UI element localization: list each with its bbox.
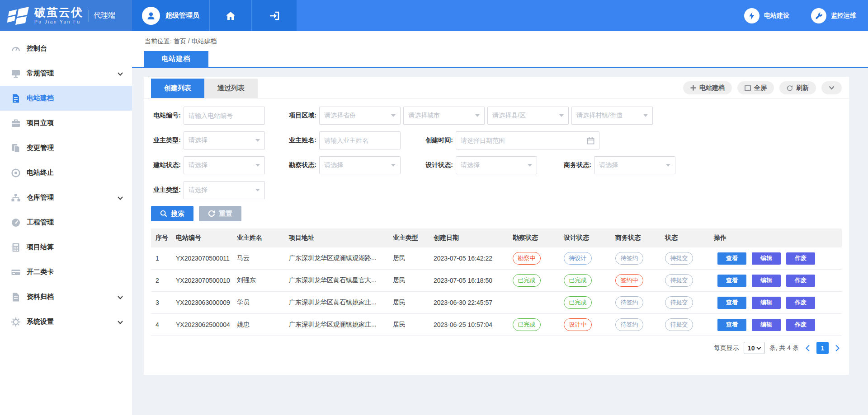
station-no: YX2023070500010: [171, 277, 232, 284]
owner-name: 姚忠: [232, 321, 284, 329]
business-status-select[interactable]: 请选择: [594, 156, 675, 174]
edit-button[interactable]: 编辑: [752, 275, 781, 287]
logo-icon: [7, 7, 31, 25]
owner-type-label: 业主类型:: [151, 136, 181, 145]
owner-type2-label: 业主类型:: [151, 186, 181, 194]
sidebar-item-station-terminate[interactable]: 电站终止: [0, 160, 132, 185]
business-status-badge: 待签约: [615, 252, 643, 265]
logout-button[interactable]: [251, 0, 297, 31]
void-button[interactable]: 作废: [786, 252, 815, 265]
project-address: 广东深圳龙华区观澜镇观湖路...: [284, 254, 388, 262]
chevron-down-icon: [118, 70, 123, 78]
reset-button[interactable]: 重置: [199, 206, 241, 221]
breadcrumb: 当前位置: 首页 / 电站建档: [132, 31, 868, 46]
edit-button[interactable]: 编辑: [752, 252, 781, 265]
sidebar-item-project-initiation[interactable]: 项目立项: [0, 111, 132, 135]
edit-button[interactable]: 编辑: [752, 297, 781, 309]
design-status-badge: 设计中: [564, 318, 592, 331]
edit-button[interactable]: 编辑: [752, 319, 781, 331]
business-status-badge: 待签约: [615, 318, 643, 331]
caret-down-icon: [255, 139, 260, 142]
collapse-button[interactable]: [821, 81, 842, 94]
table-row: 3 YX2023063000009 学员 广东深圳龙华区黄石镇姚家庄... 居民…: [151, 292, 842, 314]
view-button[interactable]: 查看: [717, 319, 746, 331]
city-select[interactable]: 请选择城市: [403, 107, 485, 125]
add-station-button[interactable]: 电站建档: [683, 81, 732, 94]
design-status-label: 设计状态:: [401, 161, 453, 169]
content-area: 当前位置: 首页 / 电站建档 电站建档 创建列表 通过列表: [132, 31, 868, 415]
sidebar-item-settings[interactable]: 系统设置: [0, 309, 132, 334]
sidebar-item-console[interactable]: 控制台: [0, 36, 132, 61]
next-page-button[interactable]: [833, 345, 842, 352]
view-button[interactable]: 查看: [717, 297, 746, 309]
wrench-icon: [815, 12, 823, 20]
sidebar-item-engineering[interactable]: 工程管理: [0, 210, 132, 235]
breadcrumb-home-link[interactable]: 首页: [174, 37, 186, 45]
owner-name: 马云: [232, 254, 284, 262]
void-button[interactable]: 作废: [786, 297, 815, 309]
sidebar-item-settlement[interactable]: 项目结算: [0, 235, 132, 260]
prev-page-button[interactable]: [803, 345, 812, 352]
page-number-1[interactable]: 1: [816, 342, 829, 354]
page-title-tab: 电站建档: [144, 51, 208, 67]
date-range-picker[interactable]: [456, 131, 599, 149]
owner-type2-select[interactable]: 请选择: [184, 181, 265, 199]
status-badge: 待提交: [665, 318, 693, 331]
portal-label: 代理端: [94, 11, 115, 20]
per-page-select[interactable]: 10: [744, 342, 765, 354]
sidebar-item-type2-card[interactable]: 开二类卡: [0, 260, 132, 284]
design-status-select[interactable]: 请选择: [456, 156, 537, 174]
station-no-input[interactable]: [184, 107, 265, 125]
survey-status-select[interactable]: 请选择: [319, 156, 401, 174]
status-badge: 待提交: [665, 252, 693, 265]
nav-monitor-ops[interactable]: 监控运维: [811, 8, 856, 23]
view-button[interactable]: 查看: [717, 275, 746, 287]
date-range-input[interactable]: [461, 137, 587, 144]
filter-form: 电站编号: 项目区域: 请选择省份 请选择城市 请选择县/区 请选择村镇/街道 …: [144, 98, 849, 221]
topbar-nav: 电站建设 监控运维: [744, 0, 868, 31]
tab-passed-list[interactable]: 通过列表: [204, 79, 258, 98]
caret-down-icon: [391, 114, 396, 117]
void-button[interactable]: 作废: [786, 319, 815, 331]
sidebar-item-station-archive[interactable]: 电站建档: [0, 86, 132, 111]
province-select[interactable]: 请选择省份: [319, 107, 401, 125]
street-select[interactable]: 请选择村镇/街道: [571, 107, 653, 125]
build-status-select[interactable]: 请选择: [184, 156, 265, 174]
toolbar: 电站建档 全屏 刷新: [683, 79, 842, 94]
nav-station-build[interactable]: 电站建设: [744, 8, 789, 23]
nav-label: 电站建设: [764, 12, 789, 20]
sidebar-item-change-mgmt[interactable]: 变更管理: [0, 135, 132, 160]
owner-name: 刘强东: [232, 276, 284, 284]
refresh-button[interactable]: 刷新: [779, 81, 816, 94]
lightning-icon: [748, 12, 756, 20]
chevron-right-icon: [835, 345, 840, 352]
home-button[interactable]: [209, 0, 251, 31]
district-select[interactable]: 请选择县/区: [487, 107, 569, 125]
status-badge: 待提交: [665, 296, 693, 309]
sidebar-item-general[interactable]: 常规管理: [0, 61, 132, 86]
view-button[interactable]: 查看: [717, 252, 746, 265]
caret-down-icon: [475, 114, 480, 117]
create-time-label: 创建时间:: [401, 136, 453, 145]
owner-name-input[interactable]: [319, 131, 401, 149]
business-status-badge: 签约中: [615, 274, 643, 287]
topbar: 破茧云伏 Po Jian Yun Fu 代理端 超级管理员: [0, 0, 868, 31]
sidebar-item-warehouse[interactable]: 仓库管理: [0, 185, 132, 210]
business-status-badge: 待签约: [615, 296, 643, 309]
region-label: 项目区域:: [265, 112, 316, 120]
void-button[interactable]: 作废: [786, 275, 815, 287]
user-name: 超级管理员: [165, 11, 199, 20]
avatar: [142, 7, 160, 25]
status-badge: 待提交: [665, 274, 693, 287]
fullscreen-button[interactable]: 全屏: [737, 81, 774, 94]
search-button[interactable]: 搜索: [151, 206, 193, 221]
table-row: 1 YX2023070500011 马云 广东深圳龙华区观澜镇观湖路... 居民…: [151, 247, 842, 270]
sidebar-item-data-archive[interactable]: 资料归档: [0, 284, 132, 309]
tab-create-list[interactable]: 创建列表: [151, 79, 204, 98]
chevron-down-icon: [757, 345, 761, 350]
briefcase-icon: [11, 118, 21, 128]
user-menu[interactable]: 超级管理员: [132, 0, 209, 31]
owner-type-select[interactable]: 请选择: [184, 131, 265, 149]
station-no: YX2023062500004: [171, 321, 232, 328]
logo: 破茧云伏 Po Jian Yun Fu 代理端: [0, 0, 132, 31]
